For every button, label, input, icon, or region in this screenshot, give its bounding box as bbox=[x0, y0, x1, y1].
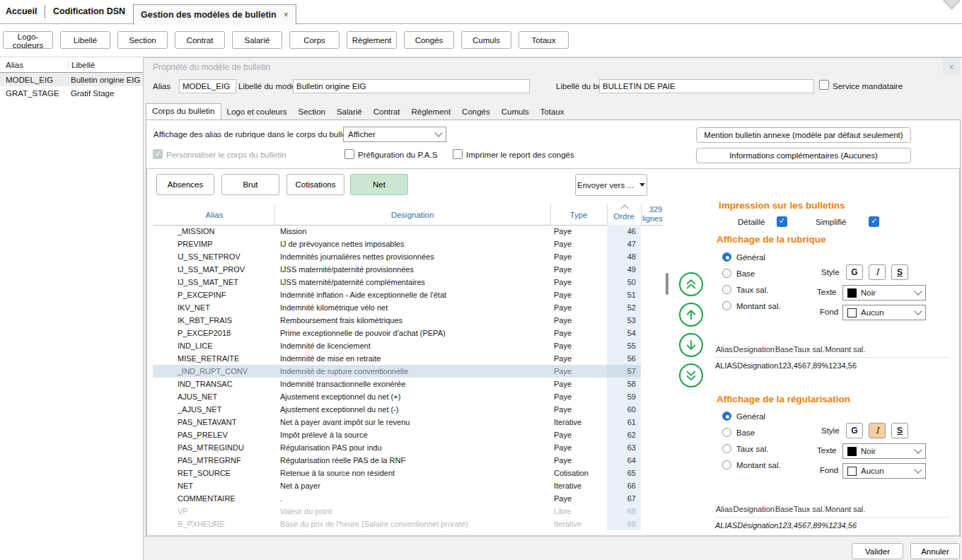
properties-tab[interactable]: Corps du bulletin bbox=[146, 103, 221, 119]
table-row[interactable]: IJ_SS_MAT_PROV IJSS maternité/paternité … bbox=[153, 263, 641, 276]
table-row[interactable]: MISE_RETRAITE Indemnité de mise en retra… bbox=[153, 352, 641, 365]
table-row[interactable]: _MISSION Mission Paye 46 bbox=[153, 225, 641, 238]
tab-gestion-modeles-bulletin[interactable]: Gestion des modèles de bulletin × bbox=[133, 4, 296, 25]
toolbar-button[interactable]: Règlement bbox=[347, 31, 397, 49]
table-row[interactable]: P_EXCEP2018 Prime exceptionnelle de pouv… bbox=[153, 327, 641, 339]
model-libelle: Gratif Stage bbox=[68, 89, 143, 98]
radio-option[interactable]: Général bbox=[722, 408, 781, 424]
table-row[interactable]: IJ_SS_MAT_NET IJSS maternité/paternité c… bbox=[153, 276, 641, 288]
table-row[interactable]: _AJUS_NET Ajustement exceptionnel du net… bbox=[153, 403, 641, 416]
annuler-button[interactable]: Annuler bbox=[910, 543, 960, 559]
col-separator bbox=[607, 204, 608, 225]
properties-tab[interactable]: Congés bbox=[456, 105, 496, 119]
radio-option[interactable]: Général bbox=[722, 249, 781, 265]
regularisation-texte-select[interactable]: Noir bbox=[842, 443, 926, 459]
radio-option[interactable]: Taux sal. bbox=[722, 281, 781, 298]
properties-tab[interactable]: Contrat bbox=[368, 105, 406, 119]
libelle-bulletin-input[interactable] bbox=[599, 79, 814, 93]
move-down-button[interactable] bbox=[679, 333, 703, 357]
vertical-scrollbar-thumb[interactable] bbox=[666, 273, 668, 295]
rubrique-texte-select[interactable]: Noir bbox=[842, 285, 926, 301]
valider-button[interactable]: Valider bbox=[852, 543, 903, 559]
col-header-alias[interactable]: Alias bbox=[154, 211, 274, 219]
properties-tab[interactable]: Salarié bbox=[331, 105, 368, 119]
personnaliser-checkbox[interactable] bbox=[153, 149, 163, 159]
table-row[interactable]: PAS_NETAVANT Net à payer avant impôt sur… bbox=[153, 416, 641, 428]
service-mandataire-checkbox[interactable] bbox=[819, 80, 829, 90]
prefiguration-pas-checkbox[interactable] bbox=[344, 149, 354, 159]
properties-tab[interactable]: Règlement bbox=[405, 105, 456, 119]
table-row[interactable]: PREVIMP IJ de prévoyance nettes imposabl… bbox=[153, 238, 641, 250]
col-header-designation[interactable]: Designation bbox=[274, 211, 550, 219]
properties-tab[interactable]: Cumuls bbox=[496, 105, 535, 119]
table-row[interactable]: AJUS_NET Ajustement exceptionnel du net … bbox=[153, 390, 641, 403]
category-button[interactable]: Absences bbox=[156, 174, 214, 195]
toolbar-button[interactable]: Totaux bbox=[518, 31, 569, 49]
move-bottom-button[interactable] bbox=[679, 363, 703, 387]
style-button[interactable]: S bbox=[891, 264, 908, 280]
model-list-row[interactable]: MODEL_EIG Bulletin origine EIG bbox=[0, 73, 143, 86]
model-list-row[interactable]: GRAT_STAGE Gratif Stage bbox=[0, 86, 143, 100]
tab-accueil[interactable]: Accueil bbox=[6, 0, 37, 23]
detaille-checkbox[interactable] bbox=[777, 216, 787, 227]
table-row[interactable]: IJ_SS_NETPROV Indemnités journalières ne… bbox=[153, 250, 641, 263]
toolbar-button[interactable]: Contrat bbox=[175, 31, 225, 49]
rubrique-fond-select[interactable]: Aucun bbox=[842, 305, 926, 320]
category-button[interactable]: Brut bbox=[221, 174, 279, 195]
corner-pin-icon[interactable] bbox=[943, 0, 960, 10]
col-header-ordre[interactable]: Ordre bbox=[607, 212, 641, 221]
informations-complementaires-button[interactable]: Informations complémentaires (Aucunes) bbox=[696, 148, 911, 163]
radio-option[interactable]: Montant sal. bbox=[722, 298, 781, 314]
toolbar-button[interactable]: Logo-couleurs bbox=[3, 31, 53, 49]
table-row[interactable]: B_PXHEURE Base du prix de l'heure (Salai… bbox=[153, 518, 641, 530]
properties-tab[interactable]: Totaux bbox=[535, 105, 570, 119]
table-row[interactable]: IKV_NET Indemnité kilométrique vélo net … bbox=[153, 301, 641, 314]
table-row[interactable]: VP Valeur du point Libre 68 bbox=[153, 505, 641, 518]
tab-codification-dsn[interactable]: Codification DSN bbox=[53, 0, 125, 23]
style-button[interactable]: S bbox=[891, 423, 908, 438]
toolbar-button[interactable]: Corps bbox=[289, 31, 340, 49]
table-row[interactable]: IND_TRANSAC Indemnité transactionnelle e… bbox=[153, 378, 641, 390]
panel-close-button[interactable]: x bbox=[943, 59, 960, 74]
table-row[interactable]: PAS_MTREGRNF Régularisation réelle PAS d… bbox=[153, 454, 641, 467]
table-row[interactable]: IND_LICE Indemnité de licenciement Paye … bbox=[153, 339, 641, 352]
radio-option[interactable]: Montant sal. bbox=[722, 457, 781, 473]
regularisation-fond-select[interactable]: Aucun bbox=[842, 463, 926, 479]
table-row[interactable]: _IND_RUPT_CONV Indemnité de rupture conv… bbox=[153, 365, 641, 378]
style-button[interactable]: I bbox=[869, 264, 886, 280]
alias-input[interactable] bbox=[179, 79, 236, 93]
table-row[interactable]: IK_RBT_FRAIS Remboursement frais kilomét… bbox=[153, 314, 641, 327]
radio-label: Montant sal. bbox=[736, 302, 781, 310]
table-row[interactable]: P_EXCEPINF Indemnité inflation - Aide ex… bbox=[153, 288, 641, 301]
radio-option[interactable]: Base bbox=[722, 265, 781, 281]
mention-bulletin-annexe-button[interactable]: Mention bulletin annexe (modèle par défa… bbox=[696, 127, 911, 143]
libelle-modele-input[interactable] bbox=[293, 79, 530, 93]
table-row[interactable]: PAS_PRELEV Impôt prélevé à la source Pay… bbox=[153, 428, 641, 441]
style-button[interactable]: G bbox=[846, 264, 863, 280]
simplifie-checkbox[interactable] bbox=[869, 216, 879, 227]
col-header-type[interactable]: Type bbox=[550, 211, 607, 219]
imprimer-report-checkbox[interactable] bbox=[453, 149, 463, 159]
toolbar-button[interactable]: Libellé bbox=[60, 31, 110, 49]
style-button[interactable]: I bbox=[869, 423, 886, 438]
table-row[interactable]: COMMENTAIRE . Paye 67 bbox=[153, 492, 641, 505]
tab-close-icon[interactable]: × bbox=[284, 10, 289, 20]
move-up-button[interactable] bbox=[679, 303, 703, 327]
toolbar-button[interactable]: Congés bbox=[404, 31, 454, 49]
properties-tab[interactable]: Section bbox=[293, 105, 331, 119]
category-button[interactable]: Cotisations bbox=[286, 174, 344, 195]
envoyer-vers-button[interactable]: Envoyer vers ... bbox=[575, 174, 647, 196]
table-row[interactable]: PAS_MTREGINDU Régularisation PAS pour in… bbox=[153, 441, 641, 454]
toolbar-button[interactable]: Salarié bbox=[232, 31, 282, 49]
radio-option[interactable]: Taux sal. bbox=[722, 441, 781, 457]
style-button[interactable]: G bbox=[846, 423, 863, 438]
radio-option[interactable]: Base bbox=[722, 424, 781, 441]
toolbar-button[interactable]: Section bbox=[117, 31, 168, 49]
alias-display-select[interactable]: Afficher bbox=[343, 127, 446, 142]
table-row[interactable]: NET Net à payer Iterative 66 bbox=[153, 479, 641, 492]
table-row[interactable]: RET_SOURCE Retenue à la source non résid… bbox=[153, 467, 641, 479]
move-top-button[interactable] bbox=[679, 272, 703, 296]
toolbar-button[interactable]: Cumuls bbox=[461, 31, 511, 49]
category-button[interactable]: Net bbox=[350, 174, 408, 195]
properties-tab[interactable]: Logo et couleurs bbox=[221, 105, 293, 119]
